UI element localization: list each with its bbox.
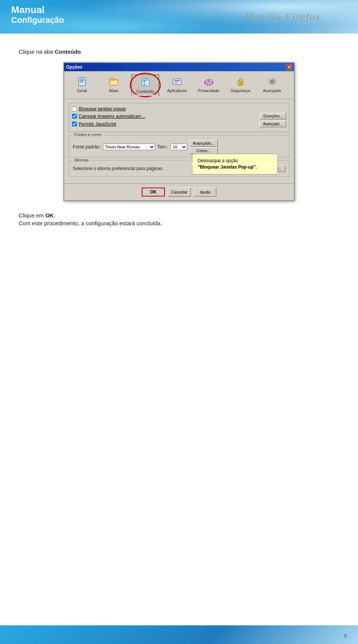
cores-button[interactable]: Cores... [189,147,218,154]
instruction-2-bold: OK [45,212,54,219]
tab-conteudo[interactable]: 页 Conteúdo [131,74,159,96]
instruction-2-end: . [54,212,55,219]
javascript-row: Permitir JavaScript Avançado... [72,121,286,127]
ajuda-button[interactable]: Ajuda [194,188,216,197]
svg-rect-14 [174,82,178,83]
svg-rect-31 [268,83,270,85]
fonts-section-label: Fontes e cores [73,132,103,137]
instruction-2: Clique em OK. [19,212,339,219]
footer: 9 [0,625,358,644]
font-row: Fonte padrão: Times New Roman Tam.: 16 A… [73,140,285,154]
svg-point-21 [240,83,241,84]
dialog-title: Opções [66,65,82,70]
callout-text: Desmarque a opção "Bloquear Janelas Pop-… [198,158,272,170]
instruction-3: Com este procedimento, a configuração es… [19,220,339,226]
geral-icon [76,76,88,88]
svg-point-18 [206,81,207,82]
javascript-label[interactable]: Permitir JavaScript [79,122,116,127]
page-number: 9 [344,633,347,639]
avancado-button[interactable]: Avançado... [189,140,218,147]
svg-rect-25 [272,78,273,79]
tab-seguranca[interactable]: Segurança [226,74,254,96]
svg-point-24 [271,81,273,82]
svg-rect-26 [272,84,273,86]
font-buttons-group: Avançado... Cores... [189,140,218,154]
logo-line2: Configuração [11,15,64,25]
instruction-1-end: . [81,48,82,55]
size-select[interactable]: 16 [170,144,187,150]
svg-rect-32 [274,83,276,85]
carregar-label[interactable]: Carregar imagens automaticam... [79,114,145,119]
dialog-wrapper: Opções ✕ Geral [63,62,295,201]
svg-rect-29 [268,79,270,81]
aplicativos-icon [171,76,183,88]
tab-privacidade[interactable]: Privacidade [195,74,223,96]
instruction-1-bold: Conteúdo [55,48,81,55]
options-dialog: Opções ✕ Geral [63,62,295,201]
javascript-options-button[interactable]: Avançado... [260,121,286,127]
main-content: Clique na aba Conteúdo. Opções ✕ [0,34,358,256]
carregar-row: Carregar imagens automaticam... Exceções… [72,113,286,119]
tab-aplicativos[interactable]: Aplicativos [163,74,191,96]
dialog-body: Bloquear janelas popup Carregar imagens … [64,99,294,183]
privacidade-icon [203,76,215,88]
tab-geral[interactable]: Geral [68,74,96,96]
bloquear-row: Bloquear janelas popup [72,106,286,111]
dialog-titlebar: Opções ✕ [64,63,294,71]
tab-geral-label: Geral [77,88,87,93]
bloquear-checkbox[interactable] [72,107,77,111]
dialog-close-button[interactable]: ✕ [286,64,292,70]
tab-conteudo-label: Conteúdo [136,89,154,94]
carregar-options-button[interactable]: Exceções... [260,113,286,119]
idiomas-text: Selecione o idioma preferencial para pág… [73,166,164,171]
idiomas-section-label: Idiomas [73,158,90,162]
ok-button[interactable]: OK [142,188,165,197]
svg-rect-3 [79,82,83,82]
abas-icon [108,76,120,88]
app-title: Mozilla Firefox [245,11,321,23]
header: Manual Configuração Mozilla Firefox [0,0,358,34]
tam-label: Tam.: [157,144,168,150]
instruction-1: Clique na aba Conteúdo. [19,48,339,55]
callout-bubble: Desmarque a opção "Bloquear Janelas Pop-… [192,154,278,175]
tab-abas-label: Abas [109,88,118,93]
dialog-toolbar: Geral Abas [64,71,294,99]
tab-avancado[interactable]: Avançado [258,74,286,96]
svg-rect-27 [268,81,270,82]
instruction-2-normal: Clique em [19,212,45,219]
svg-rect-6 [109,79,118,80]
svg-rect-1 [79,79,84,80]
avancado-icon [266,76,278,88]
tab-privacidade-label: Privacidade [198,88,219,93]
tab-aplicativos-label: Aplicativos [167,88,187,93]
header-logo: Manual Configuração [11,4,64,25]
svg-rect-2 [79,80,84,81]
carregar-checkbox[interactable] [72,114,77,119]
tab-seguranca-label: Segurança [230,88,250,93]
javascript-checkbox[interactable] [72,122,77,126]
cancelar-button[interactable]: Cancelar [168,188,191,197]
logo-line1: Manual [11,4,64,15]
svg-rect-12 [173,79,181,85]
svg-rect-28 [274,81,276,82]
conteudo-icon: 页 [139,76,151,88]
dialog-buttons-row: OK Cancelar Ajuda [64,183,294,200]
fonte-select[interactable]: Times New Roman [103,144,155,150]
instruction-1-normal: Clique na aba [19,48,55,55]
svg-rect-30 [274,79,276,81]
callout-line2: "Bloquear Janelas Pop-up". [198,164,257,170]
svg-text:页: 页 [145,82,148,85]
svg-point-19 [210,81,211,82]
tab-avancado-label: Avançado [263,88,281,93]
svg-rect-13 [174,80,180,81]
fonte-label: Fonte padrão: [73,144,101,150]
callout-line1: Desmarque a opção [198,158,238,163]
checkboxes-section: Bloquear janelas popup Carregar imagens … [69,103,289,132]
bloquear-label[interactable]: Bloquear janelas popup [79,106,126,111]
tab-abas[interactable]: Abas [100,74,128,96]
seguranca-icon [235,76,246,88]
